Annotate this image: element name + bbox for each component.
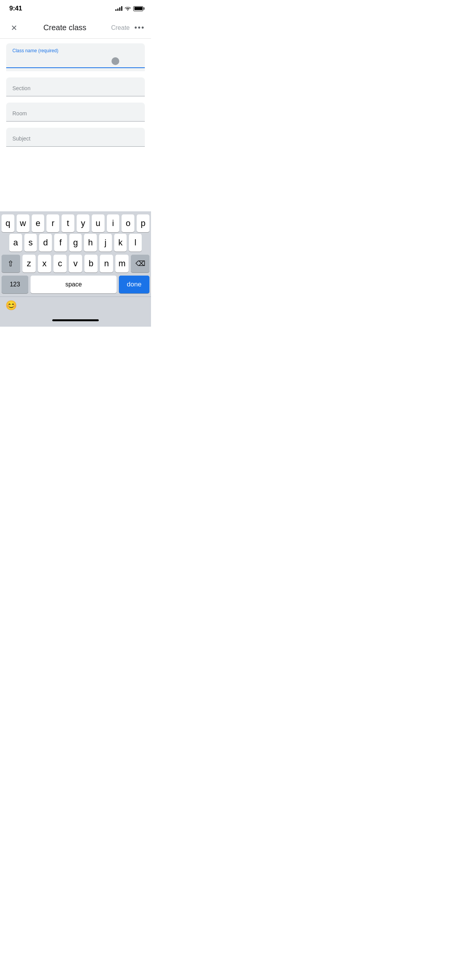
cursor-drag-handle <box>112 57 119 65</box>
key-n[interactable]: n <box>100 255 113 272</box>
key-m[interactable]: m <box>115 255 129 272</box>
form-area: Class name (required) Section Room Subje… <box>0 39 151 147</box>
key-q[interactable]: q <box>2 214 14 232</box>
key-s[interactable]: s <box>24 234 37 252</box>
key-f[interactable]: f <box>54 234 67 252</box>
wifi-icon <box>125 6 131 11</box>
more-button[interactable]: ••• <box>134 23 145 32</box>
key-b[interactable]: b <box>84 255 98 272</box>
navigation-bar: ✕ Create class Create ••• <box>0 17 151 39</box>
key-g[interactable]: g <box>69 234 82 252</box>
class-name-field[interactable]: Class name (required) <box>6 43 145 71</box>
key-y[interactable]: y <box>77 214 89 232</box>
status-time: 9:41 <box>9 5 22 12</box>
keyboard-row-1: q w e r t y u i o p <box>0 211 151 234</box>
subject-field[interactable]: Subject <box>6 128 145 147</box>
shift-key[interactable]: ⇧ <box>2 255 20 272</box>
key-i[interactable]: i <box>107 214 120 232</box>
room-label: Room <box>12 107 139 117</box>
key-r[interactable]: r <box>46 214 59 232</box>
space-key[interactable]: space <box>31 276 117 293</box>
signal-icon <box>115 6 122 11</box>
key-a[interactable]: a <box>9 234 22 252</box>
keyboard-row-3: ⇧ z x c v b n m ⌫ <box>0 255 151 276</box>
numbers-key[interactable]: 123 <box>2 276 28 293</box>
keyboard-row-2: a s d f g h j k l <box>0 234 151 255</box>
key-p[interactable]: p <box>137 214 149 232</box>
key-e[interactable]: e <box>32 214 45 232</box>
battery-icon <box>133 6 143 11</box>
key-w[interactable]: w <box>17 214 29 232</box>
key-z[interactable]: z <box>22 255 36 272</box>
key-x[interactable]: x <box>38 255 51 272</box>
page-title: Create class <box>19 23 111 32</box>
key-c[interactable]: c <box>53 255 67 272</box>
emoji-row: 😊 <box>0 296 151 314</box>
done-key[interactable]: done <box>119 276 149 293</box>
key-l[interactable]: l <box>129 234 142 252</box>
section-field[interactable]: Section <box>6 77 145 96</box>
section-underline <box>6 96 145 96</box>
keyboard: q w e r t y u i o p a s d f g h j k l ⇧ … <box>0 211 151 327</box>
emoji-button[interactable]: 😊 <box>5 300 17 311</box>
status-bar: 9:41 <box>0 0 151 17</box>
class-name-input[interactable] <box>12 55 139 67</box>
delete-key[interactable]: ⌫ <box>131 255 149 272</box>
status-icons <box>115 6 143 11</box>
nav-actions: Create ••• <box>111 23 145 32</box>
room-underline <box>6 121 145 122</box>
key-o[interactable]: o <box>122 214 134 232</box>
key-d[interactable]: d <box>39 234 52 252</box>
key-v[interactable]: v <box>69 255 82 272</box>
class-name-label: Class name (required) <box>12 48 139 53</box>
subject-underline <box>6 146 145 147</box>
subject-label: Subject <box>12 132 139 142</box>
key-j[interactable]: j <box>99 234 112 252</box>
keyboard-row-4: 123 space done <box>0 276 151 296</box>
key-k[interactable]: k <box>114 234 127 252</box>
key-u[interactable]: u <box>92 214 105 232</box>
home-indicator <box>52 319 99 321</box>
key-h[interactable]: h <box>84 234 97 252</box>
section-label: Section <box>12 82 139 91</box>
key-t[interactable]: t <box>62 214 74 232</box>
create-button[interactable]: Create <box>111 24 130 31</box>
room-field[interactable]: Room <box>6 103 145 122</box>
home-indicator-bar <box>0 314 151 327</box>
field-underline-active <box>6 67 145 68</box>
